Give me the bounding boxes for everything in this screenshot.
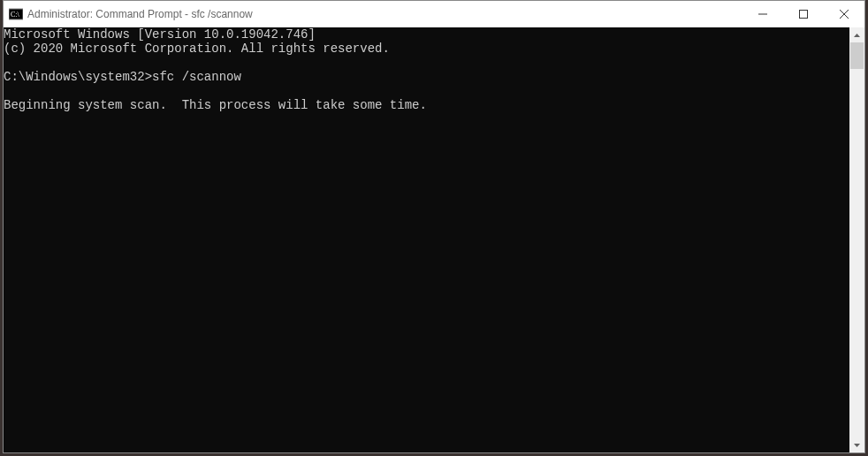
prompt-line: C:\Windows\system32>sfc /scannow [4, 70, 241, 84]
svg-marker-7 [854, 444, 860, 447]
status-line: Beginning system scan. This process will… [4, 98, 427, 112]
cmd-icon: C:\ [9, 7, 23, 21]
scroll-down-button[interactable] [849, 437, 864, 452]
svg-marker-6 [854, 34, 860, 37]
maximize-button[interactable] [783, 1, 824, 27]
terminal-output[interactable]: Microsoft Windows [Version 10.0.19042.74… [4, 27, 849, 452]
minimize-button[interactable] [742, 1, 783, 27]
close-button[interactable] [824, 1, 864, 27]
version-line: Microsoft Windows [Version 10.0.19042.74… [4, 27, 316, 42]
copyright-line: (c) 2020 Microsoft Corporation. All righ… [4, 42, 390, 56]
window-controls [742, 1, 864, 27]
command-prompt-window: C:\ Administrator: Command Prompt - sfc … [3, 0, 865, 453]
window-title: Administrator: Command Prompt - sfc /sca… [27, 8, 742, 20]
scroll-up-button[interactable] [849, 27, 864, 42]
vertical-scrollbar[interactable] [849, 27, 864, 452]
svg-text:C:\: C:\ [11, 11, 20, 19]
svg-rect-3 [800, 11, 808, 19]
scroll-thumb[interactable] [850, 42, 864, 69]
terminal-area: Microsoft Windows [Version 10.0.19042.74… [4, 27, 864, 452]
titlebar[interactable]: C:\ Administrator: Command Prompt - sfc … [4, 1, 864, 27]
